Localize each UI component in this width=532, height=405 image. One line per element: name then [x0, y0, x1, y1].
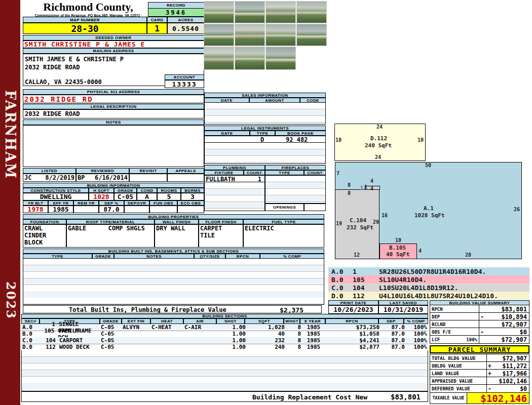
vector-sec: B.0 — [331, 276, 353, 284]
taxable-value-label: TAXABLE VALUE — [430, 392, 467, 404]
dim-c104-inner: 8 — [348, 190, 351, 196]
bvs-value: $10,894 — [486, 313, 529, 320]
property-photo[interactable] — [296, 24, 327, 46]
remyr-value — [73, 206, 99, 213]
openings-value — [304, 204, 326, 211]
print-date-value: 10/26/2023 — [328, 305, 378, 314]
floor-line2: TILE — [199, 232, 243, 239]
instrument-date-label: DATE — [204, 131, 250, 136]
property-photo[interactable] — [204, 1, 234, 23]
dim-a1-bottom: 28 — [465, 252, 471, 258]
card-value: 1 — [147, 23, 167, 34]
sec-col-label: SEC# — [21, 318, 40, 324]
rooms-value: 5 — [157, 193, 181, 200]
dim-d112-top: 24 — [376, 124, 383, 130]
property-photo[interactable] — [265, 24, 296, 46]
property-photo[interactable] — [235, 24, 265, 46]
floor-finish-value: CARPET TILE — [199, 224, 243, 248]
listed-label: LISTED — [23, 168, 76, 174]
construction-style-value: DWELLING — [23, 193, 89, 200]
dim-d112-left: 10 — [335, 137, 341, 143]
reviewed-by: BP — [78, 174, 85, 181]
effyr-value: 1985 — [48, 206, 73, 213]
sales-date-label: DATE — [204, 98, 249, 103]
fuel-type-label: FUEL TYPE — [243, 219, 324, 224]
vector-sec: D.0 — [331, 292, 353, 300]
last-saved-label: LAST SAVED — [378, 300, 428, 305]
hsqft-value: 1028 — [89, 193, 114, 200]
builtins-notes-label: NOTES — [114, 254, 194, 259]
rpcn-col-label: RPCN — [325, 318, 378, 324]
openings-label: OPENINGS — [265, 204, 304, 211]
page-title: Richmond County, Virginia — [25, 1, 151, 14]
rcn-label: Building Replacement Cost New — [252, 393, 367, 401]
vector-path: U4L10U16L4D1L8U7SR24U10L24D10. — [379, 292, 498, 300]
section-row-c: C.0 104CARPORT C-05 1.00 232 8 1985 $4,2… — [21, 337, 428, 344]
funobs-value — [149, 206, 177, 213]
bvs-key: LCF100% — [430, 335, 479, 344]
fixture-label: FIXTURE — [204, 170, 244, 175]
dim-c104-left: 19 — [336, 221, 342, 226]
foundation-line1: CRAWL — [23, 225, 66, 232]
property-photo[interactable] — [265, 1, 296, 23]
parcel-row-obldg: OBLDG VALUE +$11,272 — [430, 362, 529, 370]
property-photo[interactable] — [204, 47, 234, 70]
physical-address-value: 2032 RIDGE RD — [23, 95, 204, 103]
mailing-line1: SMITH JAMES E & CHRISTINE P — [25, 56, 124, 63]
legal-description-label: LEGAL DESCRIPTION — [23, 104, 204, 109]
cond-value: A — [137, 193, 157, 200]
vector-code: 105 — [353, 276, 379, 284]
sketch-b105-name: B.105 — [389, 245, 406, 251]
reviewed-date: 6/16/2014 — [95, 174, 128, 181]
listed-by: JC — [24, 174, 31, 181]
construction-style-label: CONSTRUCTION STYLE — [23, 188, 89, 193]
sketch-c104-sqft: 232 SqFt — [347, 224, 373, 231]
fixture-count-label: COUNT — [244, 170, 265, 175]
property-photo[interactable] — [296, 1, 327, 23]
building-properties-label: BUILDING PROPERTIES — [23, 214, 324, 219]
bvs-row-dep: DEP -$10,894 — [430, 313, 529, 320]
vector-row-a: A.0 1 SR28U26L50D7R8U1R4D16R10D4. — [328, 267, 529, 275]
vector-sec: C.0 — [331, 284, 353, 292]
builtins-total-value: $2,375 — [280, 306, 303, 314]
property-photo[interactable] — [204, 24, 234, 46]
dim-c104-n1: 1 — [360, 185, 363, 191]
parcel-summary-label: PARCEL SUMMARY — [430, 345, 529, 353]
fireplace-type-label: TYPE — [265, 170, 304, 175]
bdrms-value: 3 — [181, 193, 204, 200]
rooms-label: ROOMS — [157, 188, 181, 193]
parcel-row-deferred: DEFERRED VALUE -$0 — [430, 385, 529, 392]
listed-value: JC 8/2/2019 — [23, 174, 76, 182]
dep-col-label: DEP — [378, 318, 404, 324]
vector-code: 1 — [353, 268, 379, 275]
dim-c104-bottom: 12 — [354, 252, 360, 258]
bvs-value: $72,907 — [486, 336, 529, 343]
appeals-label: APPEALS — [167, 168, 204, 174]
parcel-row-appraised: APPRAISED VALUE $102,146 — [430, 377, 529, 385]
vector-code: 112 — [353, 292, 379, 300]
yrblt-label: YR BLT — [23, 200, 48, 206]
foundation-label: FOUNDATION — [23, 219, 66, 224]
ecoobs-value — [177, 206, 204, 213]
physical-address-label: PHYSICAL 911 ADDRESS — [23, 89, 204, 95]
parcel-op: + — [487, 370, 494, 377]
eyear-col-label: E YEAR — [300, 318, 325, 324]
builtins-qty-label: QTY/SIZE — [194, 254, 225, 259]
bvs-op: - — [479, 313, 486, 320]
dim-c104-notch-top: 4 — [370, 178, 373, 184]
funobs-label: FUN OBS — [149, 200, 177, 206]
grade-value: C-05 — [114, 193, 137, 200]
remyr-label: REM YR — [73, 200, 99, 206]
property-photo[interactable] — [235, 47, 265, 70]
mailing-address-label: MAILING ADDRESS — [23, 48, 204, 54]
property-photo[interactable] — [235, 1, 265, 23]
vector-path: SR28U26L50D7R8U1R4D16R10D4. — [379, 268, 486, 275]
property-photo[interactable] — [265, 47, 296, 70]
record-number: 3946 — [148, 9, 204, 17]
dim-c104-top: 8 — [348, 182, 351, 188]
grade-col-label: GRADE — [100, 318, 122, 324]
instrument-bookpage-value: 92 482 — [286, 136, 308, 143]
parcel-op: + — [487, 362, 494, 370]
floor-line1: CARPET — [199, 225, 243, 232]
section-row-d: D.0 112WOOD DECK C-05 1.00 240 8 1985 $2… — [21, 344, 428, 351]
